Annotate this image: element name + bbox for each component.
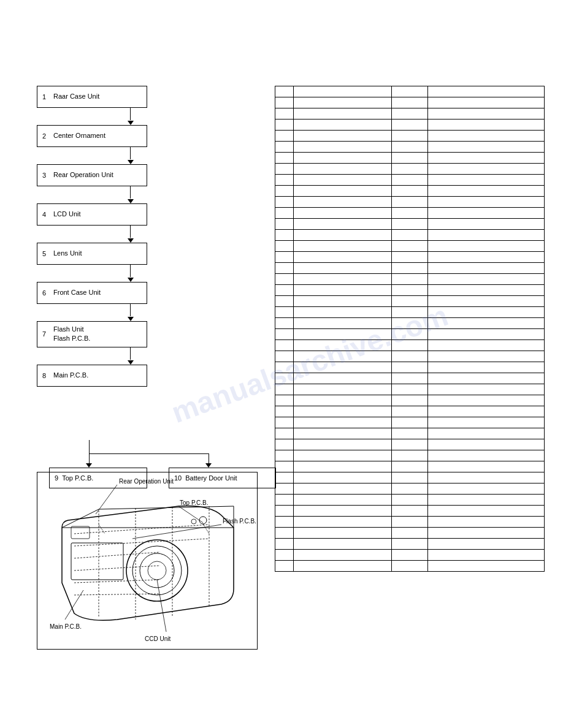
table-cell-20-0: [275, 318, 294, 329]
table-cell-38-2: [391, 517, 428, 528]
table-cell-26-1: [293, 384, 391, 395]
table-cell-6-3: [428, 164, 545, 175]
flow-arrow-5: [52, 265, 209, 282]
table-row: [275, 285, 545, 296]
table-row: [275, 351, 545, 362]
flow-arrow-6: [52, 304, 209, 321]
table-cell-19-3: [428, 307, 545, 318]
table-cell-23-2: [391, 351, 428, 362]
table-cell-36-0: [275, 495, 294, 506]
table-cell-0-2: [391, 97, 428, 108]
table-row: [275, 208, 545, 219]
table-cell-27-3: [428, 395, 545, 406]
table-cell-41-1: [293, 550, 391, 561]
table-cell-34-3: [428, 472, 545, 483]
table-cell-33-2: [391, 461, 428, 472]
table-cell-24-0: [275, 362, 294, 373]
table-cell-31-1: [293, 439, 391, 450]
table-header-3: [391, 86, 428, 97]
table-cell-11-1: [293, 219, 391, 230]
flow-item-3: 3 Rear Operation Unit: [37, 164, 209, 186]
svg-point-5: [191, 519, 196, 524]
table-cell-36-3: [428, 495, 545, 506]
flow-box-6: 6 Front Case Unit: [37, 282, 147, 304]
table-cell-32-0: [275, 450, 294, 461]
table-cell-11-3: [428, 219, 545, 230]
flowchart: 1 Raar Case Unit 2 Center Ornament 3 Rea…: [37, 86, 209, 387]
table-cell-34-1: [293, 472, 391, 483]
table-row: [275, 241, 545, 252]
table-cell-22-3: [428, 340, 545, 351]
svg-line-8: [203, 524, 209, 534]
table-cell-0-3: [428, 97, 545, 108]
table-cell-38-3: [428, 517, 545, 528]
table-cell-19-2: [391, 307, 428, 318]
flow-num-8: 8: [42, 372, 50, 379]
table-cell-24-3: [428, 362, 545, 373]
table-cell-18-0: [275, 296, 294, 307]
table-header-row: [275, 86, 545, 97]
flash-pcb-label: Flash P.C.B.: [223, 518, 256, 525]
table-cell-38-0: [275, 517, 294, 528]
rear-op-label: Rear Operation Unit: [119, 478, 174, 485]
table-cell-17-1: [293, 285, 391, 296]
table-cell-30-2: [391, 428, 428, 439]
table-cell-27-1: [293, 395, 391, 406]
table-cell-24-2: [391, 362, 428, 373]
svg-rect-7: [71, 543, 123, 580]
table-cell-9-3: [428, 197, 545, 208]
flow-label-4: LCD Unit: [53, 210, 81, 219]
table-cell-9-2: [391, 197, 428, 208]
table-cell-0-1: [293, 97, 391, 108]
flow-arrow-7: [52, 347, 209, 365]
table-cell-42-2: [391, 561, 428, 572]
flow-label-1: Raar Case Unit: [53, 92, 99, 101]
table-cell-8-3: [428, 186, 545, 197]
svg-point-3: [148, 561, 166, 580]
table-cell-30-1: [293, 428, 391, 439]
table-cell-37-0: [275, 506, 294, 517]
table-row: [275, 274, 545, 285]
table-cell-3-2: [391, 131, 428, 142]
table-cell-33-3: [428, 461, 545, 472]
table-cell-10-3: [428, 208, 545, 219]
svg-rect-6: [71, 526, 90, 539]
table-cell-30-0: [275, 428, 294, 439]
table-row: [275, 472, 545, 483]
table-cell-4-3: [428, 142, 545, 153]
table-row: [275, 461, 545, 472]
table-row: [275, 373, 545, 384]
table-cell-2-0: [275, 119, 294, 131]
table-cell-12-1: [293, 230, 391, 241]
table-cell-39-1: [293, 528, 391, 539]
table-cell-14-0: [275, 252, 294, 263]
table-cell-19-0: [275, 307, 294, 318]
table-row: [275, 175, 545, 186]
table-cell-4-1: [293, 142, 391, 153]
table-cell-5-2: [391, 153, 428, 164]
table-cell-17-0: [275, 285, 294, 296]
table-row: [275, 417, 545, 428]
table-cell-26-3: [428, 384, 545, 395]
table-cell-36-1: [293, 495, 391, 506]
table-cell-21-3: [428, 329, 545, 340]
ccd-label: CCD Unit: [145, 635, 170, 642]
table-row: [275, 131, 545, 142]
table-cell-15-3: [428, 263, 545, 274]
table-row: [275, 340, 545, 351]
flow-num-1: 1: [42, 93, 50, 100]
table-cell-37-1: [293, 506, 391, 517]
table-cell-0-0: [275, 97, 294, 108]
flow-item-8: 8 Main P.C.B.: [37, 365, 209, 387]
table-cell-29-1: [293, 417, 391, 428]
table-cell-40-1: [293, 539, 391, 550]
table-cell-16-1: [293, 274, 391, 285]
flow-box-5: 5 Lens Unit: [37, 243, 147, 265]
table-cell-40-0: [275, 539, 294, 550]
table-cell-37-3: [428, 506, 545, 517]
table-row: [275, 495, 545, 506]
table-cell-13-2: [391, 241, 428, 252]
table-cell-39-3: [428, 528, 545, 539]
flow-arrow-4: [52, 226, 209, 243]
table-cell-6-0: [275, 164, 294, 175]
